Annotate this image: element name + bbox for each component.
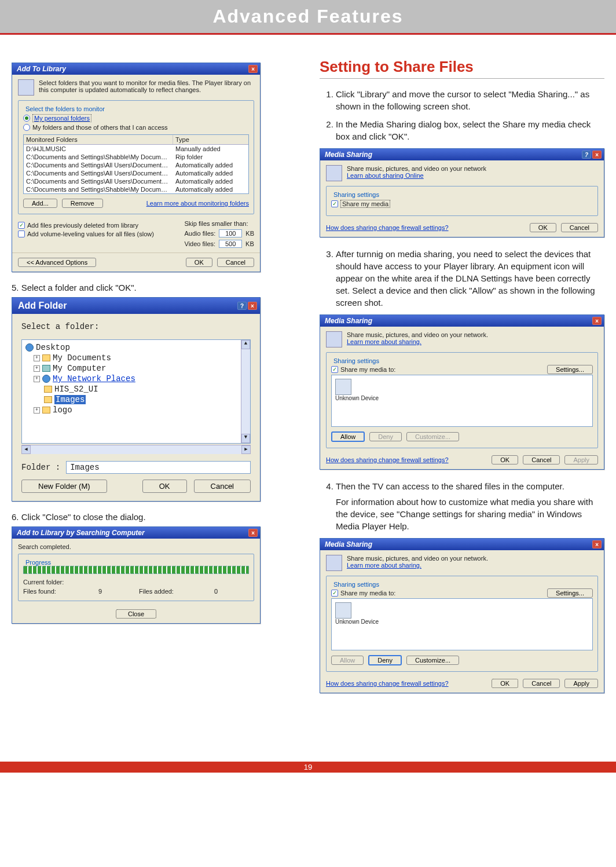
deny-button[interactable]: Deny xyxy=(368,655,402,665)
folder-icon xyxy=(44,386,52,393)
device-icon[interactable] xyxy=(335,379,351,395)
device-icon[interactable] xyxy=(335,602,351,619)
expand-icon[interactable]: + xyxy=(34,376,40,382)
tree-item-mynet[interactable]: +My Network Places xyxy=(25,374,247,384)
video-size-input[interactable]: 500 xyxy=(219,240,242,248)
close-button[interactable]: Close xyxy=(116,609,156,619)
firewall-link[interactable]: How does sharing change firewall setting… xyxy=(326,224,449,231)
close-icon[interactable]: × xyxy=(592,317,602,325)
list-row[interactable]: D:\HJLMUSICManually added xyxy=(24,145,248,153)
allow-button[interactable]: Allow xyxy=(331,656,364,665)
dialog-titlebar: Add to Library by Searching Computer × xyxy=(12,527,260,539)
add-folder-dialog: Add Folder ? × Select a folder: Desktop … xyxy=(12,297,261,502)
learn-link[interactable]: Learn more about sharing. xyxy=(347,338,488,345)
firewall-link[interactable]: How does sharing change firewall setting… xyxy=(326,456,449,463)
close-icon[interactable]: × xyxy=(592,540,602,548)
radio-icon xyxy=(23,124,30,131)
list-row[interactable]: C:\Documents and Settings\All Users\Docu… xyxy=(24,169,248,177)
customize-button[interactable]: Customize... xyxy=(406,656,459,665)
cancel-button[interactable]: Cancel xyxy=(217,258,254,267)
chk-add-prev-deleted[interactable]: ✓ Add files previously deleted from libr… xyxy=(18,222,167,229)
close-icon[interactable]: × xyxy=(592,151,602,159)
col-type: Type xyxy=(173,135,248,144)
scroll-right-icon[interactable]: ▶ xyxy=(241,445,251,454)
learn-link[interactable]: Learn about sharing Online xyxy=(347,172,486,179)
cancel-button[interactable]: Cancel xyxy=(523,455,560,464)
tree-item-mydocs[interactable]: +My Documents xyxy=(25,353,247,363)
new-folder-button[interactable]: New Folder (M) xyxy=(21,480,107,493)
cancel-button[interactable]: Cancel xyxy=(561,223,598,232)
devices-list[interactable]: Unknown Device xyxy=(331,375,593,427)
scroll-up-icon[interactable]: ▲ xyxy=(241,340,250,349)
tree-item-desktop[interactable]: Desktop xyxy=(25,342,247,353)
help-icon[interactable]: ? xyxy=(237,302,247,310)
tree-item-logo[interactable]: +logo xyxy=(25,405,247,415)
apply-button[interactable]: Apply xyxy=(564,455,598,464)
tree-item-mycomp[interactable]: +My Computer xyxy=(25,363,247,374)
files-added-value: 0 xyxy=(214,588,249,595)
folder-name-input[interactable]: Images xyxy=(66,461,251,474)
media-sharing-dialog-2: Media Sharing × Share music, pictures, a… xyxy=(320,314,604,470)
radio-icon xyxy=(23,115,30,122)
vertical-scrollbar[interactable]: ▲ ▼ xyxy=(241,340,250,443)
ok-button[interactable]: OK xyxy=(492,455,518,464)
list-row[interactable]: C:\Documents and Settings\Shabble\My Doc… xyxy=(24,153,248,161)
add-folder-prompt: Select a folder: xyxy=(21,322,251,331)
settings-button[interactable]: Settings... xyxy=(547,365,593,374)
audio-size-input[interactable]: 100 xyxy=(219,229,242,237)
radio-label: My personal folders xyxy=(32,114,91,122)
advanced-options-button[interactable]: << Advanced Options xyxy=(18,258,96,267)
radio-my-and-others-folders[interactable]: My folders and those of others that I ca… xyxy=(23,124,249,131)
learn-link[interactable]: Learn more about sharing. xyxy=(347,562,488,569)
dialog-titlebar: Media Sharing × xyxy=(320,539,604,550)
cancel-button[interactable]: Cancel xyxy=(523,679,560,688)
tree-item-images[interactable]: Images xyxy=(25,394,247,405)
scroll-left-icon[interactable]: ◀ xyxy=(21,445,31,454)
list-row[interactable]: C:\Documents and Settings\All Users\Docu… xyxy=(24,177,248,185)
col-folders: Monitored Folders xyxy=(24,135,173,144)
audio-files-label: Audio files: xyxy=(185,230,216,237)
scroll-down-icon[interactable]: ▼ xyxy=(241,434,250,443)
chk-share-my-media-to[interactable]: ✓ Share my media to: xyxy=(331,590,395,597)
expand-icon[interactable]: + xyxy=(34,365,40,372)
customize-button[interactable]: Customize... xyxy=(406,432,459,441)
computer-icon xyxy=(42,365,50,372)
deny-button[interactable]: Deny xyxy=(369,432,402,441)
chk-share-my-media-to[interactable]: ✓ Share my media to: xyxy=(331,366,395,373)
remove-button[interactable]: Remove xyxy=(62,199,103,208)
close-icon[interactable]: × xyxy=(248,302,257,310)
tree-item-his[interactable]: HIS_S2_UI xyxy=(25,384,247,394)
allow-button[interactable]: Allow xyxy=(331,431,365,442)
ok-button[interactable]: OK xyxy=(142,480,187,493)
help-icon[interactable]: ? xyxy=(582,151,591,159)
step-6-text: 6. Click "Close" to close the dialog. xyxy=(12,512,296,522)
ok-button[interactable]: OK xyxy=(492,679,518,688)
cancel-button[interactable]: Cancel xyxy=(194,480,251,493)
ok-button[interactable]: OK xyxy=(530,223,556,232)
horizontal-scrollbar[interactable]: ◀ ▶ xyxy=(21,445,251,454)
dialog-description: Select folders that you want to monitor … xyxy=(39,79,254,93)
checkbox-icon: ✓ xyxy=(331,200,338,207)
checkbox-icon: ✓ xyxy=(331,590,338,597)
apply-button[interactable]: Apply xyxy=(564,679,598,688)
ok-button[interactable]: OK xyxy=(186,258,212,267)
expand-icon[interactable]: + xyxy=(34,407,40,414)
learn-more-link[interactable]: Learn more about monitoring folders xyxy=(146,200,249,207)
expand-icon[interactable]: + xyxy=(34,355,40,361)
firewall-link[interactable]: How does sharing change firewall setting… xyxy=(326,680,449,687)
dialog-titlebar: Media Sharing × xyxy=(320,315,604,327)
monitored-folders-list[interactable]: Monitored Folders Type D:\HJLMUSICManual… xyxy=(23,134,249,194)
devices-list[interactable]: Unknown Device xyxy=(331,598,593,650)
close-icon[interactable]: × xyxy=(248,529,258,537)
list-row[interactable]: C:\Documents and Settings\Shabble\My Doc… xyxy=(24,185,248,193)
folder-tree[interactable]: Desktop +My Documents +My Computer +My N… xyxy=(21,339,251,444)
radio-my-personal-folders[interactable]: My personal folders xyxy=(23,114,249,122)
sharing-icon xyxy=(326,165,342,181)
settings-button[interactable]: Settings... xyxy=(547,588,593,598)
list-row[interactable]: C:\Documents and Settings\All Users\Docu… xyxy=(24,161,248,169)
add-button[interactable]: Add... xyxy=(23,199,57,208)
chk-volume-leveling[interactable]: Add volume-leveling values for all files… xyxy=(18,231,167,237)
close-icon[interactable]: × xyxy=(248,65,258,73)
chk-share-my-media[interactable]: ✓ Share my media xyxy=(331,200,593,208)
desktop-icon xyxy=(25,343,34,352)
